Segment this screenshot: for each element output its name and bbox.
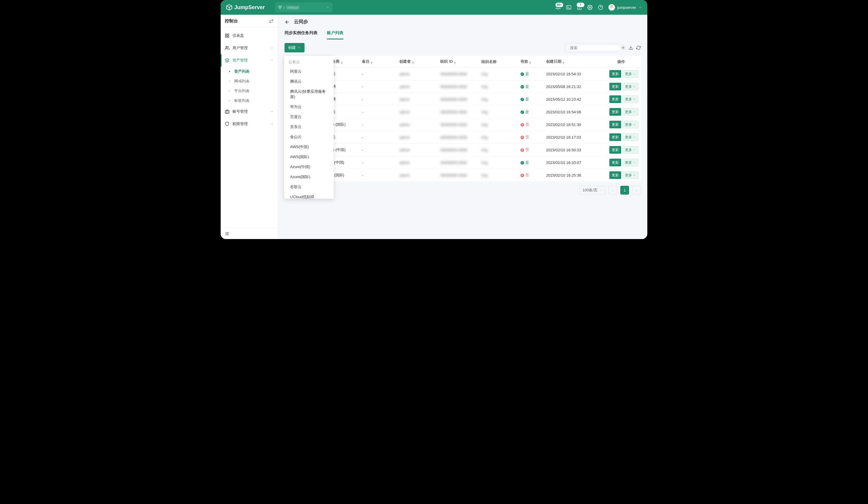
page-1-btn[interactable]: 1: [620, 186, 629, 194]
more-button[interactable]: 更多: [622, 133, 639, 141]
more-button[interactable]: 更多: [622, 83, 639, 90]
row-valid: ✕否: [520, 122, 529, 127]
dropdown-item[interactable]: 京东云: [284, 122, 334, 132]
sidebar-item-4[interactable]: 权限管理: [221, 118, 278, 130]
gear-icon[interactable]: [587, 5, 592, 10]
logo[interactable]: JumpServer: [226, 4, 265, 11]
sidebar-item-1[interactable]: 用户管理: [221, 42, 278, 54]
sidebar-subitem-2-0[interactable]: 资产列表: [221, 67, 278, 76]
svg-rect-8: [227, 36, 229, 37]
sidebar-footer[interactable]: [221, 228, 278, 239]
dropdown-item[interactable]: UCloud优刻得: [284, 192, 334, 199]
columns-icon[interactable]: [621, 46, 626, 50]
row-created: 2023/02/10 16:25:36: [544, 169, 602, 182]
sidebar-subitem-2-3[interactable]: 标签列表: [221, 96, 278, 105]
update-button[interactable]: 更新: [609, 70, 621, 78]
row-created: 2023/02/10 16:51:30: [544, 118, 602, 131]
update-button[interactable]: 更新: [609, 159, 621, 166]
more-button[interactable]: 更多: [622, 121, 639, 128]
update-button[interactable]: 更新: [609, 108, 621, 116]
svg-rect-2: [280, 8, 281, 9]
sidebar-subitem-2-1[interactable]: 网域列表: [221, 76, 278, 86]
page-size-select[interactable]: 100条/页: [579, 186, 606, 194]
back-icon[interactable]: [285, 19, 290, 25]
more-button[interactable]: 更多: [622, 70, 639, 78]
sidebar-item-0[interactable]: 仪表盘: [221, 29, 278, 42]
sort-icon: ▲▼: [529, 61, 532, 64]
sidebar-menu: 仪表盘用户管理资产管理资产列表网域列表平台列表标签列表账号管理权限管理: [221, 28, 278, 130]
row-valid: ✕否: [520, 173, 529, 177]
download-icon[interactable]: [629, 46, 633, 50]
row-remark: -: [360, 80, 397, 93]
row-creator: admin: [399, 160, 410, 165]
toolbar: 创建: [285, 43, 641, 52]
dropdown-item[interactable]: 阿里云: [284, 67, 334, 77]
row-remark: -: [360, 156, 397, 169]
row-creator: admin: [399, 84, 410, 89]
update-button[interactable]: 更新: [609, 83, 621, 90]
ticket-icon[interactable]: 7: [577, 5, 582, 10]
bell-badge: 99+: [555, 2, 564, 8]
bell-icon[interactable]: 99+: [556, 5, 561, 10]
dropdown-item[interactable]: 华为云: [284, 102, 334, 112]
dropdown-item[interactable]: AWS(中国): [284, 142, 334, 152]
col-valid[interactable]: 有效▲▼: [518, 56, 544, 68]
update-button[interactable]: 更新: [609, 95, 621, 103]
row-created: 2023/02/10 16:54:06: [544, 106, 602, 118]
tabs: 同步实例任务列表 账户列表: [285, 30, 641, 39]
prev-page-btn[interactable]: ‹: [609, 186, 617, 194]
dropdown-item[interactable]: 谷歌云: [284, 182, 334, 192]
col-remark[interactable]: 备注▲▼: [360, 56, 397, 68]
dropdown-item[interactable]: 腾讯云: [284, 77, 334, 87]
org-switcher[interactable]: | Default: [275, 2, 332, 12]
create-button[interactable]: 创建: [285, 43, 304, 52]
row-valid: ✓是: [520, 84, 529, 89]
row-org-name: Org: [482, 122, 488, 127]
more-button[interactable]: 更多: [622, 95, 639, 103]
org-icon: [278, 5, 282, 9]
dropdown-item[interactable]: AWS(国际): [284, 152, 334, 162]
swap-icon[interactable]: [269, 19, 273, 23]
search-input[interactable]: [565, 43, 618, 52]
tab-accounts[interactable]: 账户列表: [327, 30, 343, 39]
row-remark: -: [360, 169, 397, 182]
help-icon[interactable]: [598, 5, 603, 10]
more-button[interactable]: 更多: [622, 171, 639, 179]
chevron-down-icon: [639, 6, 642, 9]
dropdown-item[interactable]: 金山云: [284, 132, 334, 142]
row-org-name: Org: [482, 160, 488, 165]
breadcrumb: 云同步: [285, 19, 641, 25]
col-org_id[interactable]: 组织 ID▲▼: [438, 56, 479, 68]
row-org-id: 00000000-0000: [440, 110, 467, 114]
search-field[interactable]: [570, 46, 619, 50]
user-menu[interactable]: jumpserver: [609, 4, 642, 11]
next-page-btn[interactable]: ›: [632, 186, 641, 194]
refresh-icon[interactable]: [636, 46, 641, 50]
dropdown-item[interactable]: 百度云: [284, 112, 334, 122]
update-button[interactable]: 更新: [609, 171, 621, 179]
update-button[interactable]: 更新: [609, 133, 621, 141]
more-button[interactable]: 更多: [622, 159, 639, 166]
tab-tasks[interactable]: 同步实例任务列表: [285, 30, 318, 39]
chevron-icon: [270, 46, 273, 50]
sidebar-subitem-2-2[interactable]: 平台列表: [221, 86, 278, 96]
chevron-icon: [270, 59, 273, 62]
row-org-id: 00000000-0000: [440, 122, 467, 127]
sidebar-item-2[interactable]: 资产管理: [221, 54, 278, 67]
row-created: 2023/05/12 10:23:42: [544, 93, 602, 106]
dropdown-item[interactable]: Azure(中国): [284, 162, 334, 172]
more-button[interactable]: 更多: [622, 108, 639, 116]
terminal-icon[interactable]: [566, 5, 571, 10]
dropdown-item[interactable]: 腾讯云(轻量应用服务器): [284, 87, 334, 102]
row-creator: admin: [399, 110, 410, 114]
update-button[interactable]: 更新: [609, 121, 621, 128]
row-org-name: Org: [482, 97, 488, 102]
row-remark: -: [360, 93, 397, 106]
col-created[interactable]: 创建日期▲▼: [544, 56, 602, 68]
sidebar-item-3[interactable]: 账号管理: [221, 105, 278, 118]
dropdown-item[interactable]: Azure(国际): [284, 172, 334, 182]
svg-rect-7: [227, 34, 229, 35]
col-creator[interactable]: 创建者▲▼: [397, 56, 438, 68]
more-button[interactable]: 更多: [622, 146, 639, 154]
update-button[interactable]: 更新: [609, 146, 621, 154]
